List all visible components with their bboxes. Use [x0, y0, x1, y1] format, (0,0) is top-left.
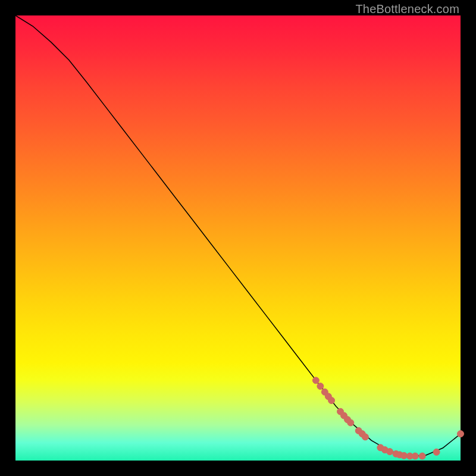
- curve-dot: [419, 453, 425, 459]
- chart-plot-area: [15, 15, 461, 461]
- site-watermark: TheBottleneck.com: [355, 2, 459, 16]
- curve-dot: [387, 449, 393, 455]
- chart-stage: TheBottleneck.com: [0, 0, 476, 476]
- chart-svg: [15, 15, 461, 461]
- bottleneck-curve: [15, 15, 461, 456]
- curve-dot: [362, 434, 368, 440]
- curve-dot: [328, 397, 335, 404]
- curve-dot: [412, 453, 418, 459]
- curve-dot: [347, 419, 354, 426]
- curve-dot: [317, 383, 324, 390]
- highlighted-dots: [312, 377, 464, 459]
- curve-dot: [458, 431, 464, 437]
- curve-dot: [433, 449, 440, 455]
- curve-dot: [312, 377, 319, 384]
